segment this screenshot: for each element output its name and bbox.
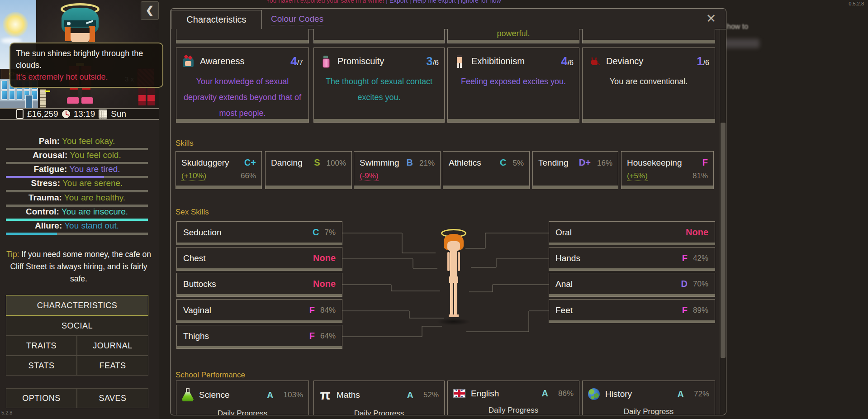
sex-skill-bar — [177, 294, 342, 296]
stat-value: You stand out. — [64, 221, 119, 230]
stat-label: Arousal: — [33, 150, 67, 160]
export-warning-text: You haven't exported your save in a whil… — [266, 0, 384, 4]
school-grade: A — [267, 390, 273, 400]
sex-skill-seduction: SeductionC7% — [176, 221, 342, 245]
sex-skill-bar — [177, 320, 342, 323]
sex-skill-name: Oral — [555, 228, 572, 238]
sex-skill-buttocks: ButtocksNone — [176, 273, 342, 297]
sidebar-item-options[interactable]: OPTIONS — [6, 388, 77, 408]
sex-skill-name: Buttocks — [183, 279, 216, 289]
version-label-top: 0.5.2.8 — [849, 1, 864, 6]
sex-skill-hands: HandsF42% — [549, 247, 715, 271]
stat-pain: Pain: You feel okay. — [0, 136, 154, 146]
sidebar-collapse-button[interactable]: ❮ — [141, 1, 159, 20]
sex-skill-grade: D — [681, 279, 688, 289]
clock-icon — [62, 110, 70, 118]
sex-skill-bar — [177, 243, 342, 245]
sex-skill-percent: 89% — [693, 306, 708, 315]
school-subject-name: English — [471, 389, 499, 399]
school-grade: A — [407, 390, 413, 400]
stat-value: You are serene. — [62, 178, 123, 188]
background-blurred-text: how to — [727, 23, 748, 31]
science-flask-icon — [182, 388, 194, 402]
sex-skill-grade: None — [313, 253, 336, 263]
daily-progress-label: Daily Progress — [176, 409, 308, 415]
hips-graphic — [449, 276, 458, 283]
foot-graphic — [454, 314, 459, 317]
sidebar-item-saves[interactable]: SAVES — [77, 388, 148, 408]
sex-skill-bar — [177, 268, 342, 271]
sex-skill-bar — [549, 268, 715, 271]
daily-progress-label: Daily Progress — [314, 409, 444, 415]
location-scene: Charlie's — [0, 0, 159, 108]
leg-graphic — [450, 283, 453, 315]
export-save-notice: You haven't exported your save in a whil… — [266, 0, 501, 4]
sex-skill-grade: None — [686, 227, 708, 238]
stat-label: Fatigue: — [33, 164, 67, 174]
stat-value: You are insecure. — [62, 207, 128, 216]
sex-skill-bar — [549, 320, 715, 323]
sex-skill-grade: F — [682, 305, 688, 315]
game-root: You haven't exported your save in a whil… — [0, 0, 868, 419]
school-card-english: English A 86% Daily Progress — [447, 381, 579, 415]
sex-skill-name: Vaginal — [183, 305, 211, 315]
thermometer-tick — [45, 90, 50, 92]
school-percent: 52% — [423, 390, 439, 400]
item-boots-icon — [138, 88, 157, 105]
stat-stress-bar — [6, 190, 148, 192]
sex-skill-bar — [549, 243, 715, 245]
sex-skill-percent: 42% — [693, 254, 708, 263]
sex-skill-bar — [177, 346, 342, 348]
sidebar-item-stats[interactable]: STATS — [6, 356, 77, 376]
sidebar: Charlie's — [0, 0, 159, 419]
sidebar-item-social[interactable]: SOCIAL — [6, 316, 148, 336]
money-value: £16,259 — [27, 109, 58, 119]
sex-skill-percent: 70% — [693, 280, 708, 289]
stat-value: You feel cold. — [70, 150, 121, 160]
weather-tooltip: The sun shines brightly through the clou… — [9, 43, 163, 88]
sex-skill-name: Chest — [183, 253, 206, 263]
stat-label: Trauma: — [28, 193, 62, 202]
arm-graphic — [447, 252, 450, 271]
school-grade: A — [678, 389, 684, 400]
sex-skill-grade: F — [309, 331, 315, 341]
character-shadow — [436, 318, 471, 325]
modal-scrollbar[interactable] — [720, 29, 726, 414]
stat-allure-bar — [6, 233, 148, 235]
sex-skill-name: Feet — [555, 305, 573, 315]
school-subject-name: History — [605, 389, 632, 399]
tip-label: Tip: — [6, 250, 19, 259]
arm-graphic — [458, 252, 460, 271]
goggle-glint — [67, 22, 71, 25]
phone-icon[interactable] — [16, 109, 24, 119]
weather-line1: The sun shines brightly through the clou… — [16, 48, 157, 71]
stat-allure: Allure: You stand out. — [0, 221, 154, 231]
sex-skill-percent: 64% — [320, 332, 336, 341]
sidebar-item-feats[interactable]: FEATS — [77, 356, 148, 376]
sex-skill-chest: ChestNone — [176, 247, 342, 271]
leg-graphic — [454, 283, 457, 315]
stat-arousal: Arousal: You feel cold. — [0, 150, 154, 160]
school-percent: 86% — [558, 389, 574, 398]
school-card-maths: π Maths A 52% Daily Progress — [313, 381, 445, 415]
school-percent: 72% — [694, 390, 709, 399]
torso-graphic — [450, 250, 457, 277]
daily-progress-label: Daily Progress — [583, 407, 715, 415]
hair-graphic — [89, 26, 95, 42]
stat-stress: Stress: You are serene. — [0, 178, 154, 188]
tip-text: If you need some money, the cafe on Clif… — [10, 250, 151, 283]
sidebar-item-characteristics[interactable]: CHARACTERISTICS — [6, 295, 148, 316]
shoe-graphic — [81, 97, 93, 104]
sidebar-item-journal[interactable]: JOURNAL — [77, 336, 148, 356]
stat-label: Stress: — [31, 178, 60, 188]
sex-skill-vaginal: VaginalF84% — [176, 299, 342, 323]
status-bar: £16,259 13:19 Sun — [0, 108, 159, 120]
sidebar-item-traits[interactable]: TRAITS — [6, 336, 77, 356]
daily-progress-label: Daily Progress — [448, 406, 579, 415]
sex-skill-name: Anal — [555, 279, 573, 289]
sex-skill-percent: 84% — [320, 306, 336, 315]
export-links[interactable]: | Export | Help me export | ignore for n… — [386, 0, 501, 4]
stat-value: You are healthy. — [64, 193, 125, 202]
school-card-history: History A 72% Daily Progress — [582, 381, 715, 415]
scrollbar-thumb[interactable] — [721, 123, 726, 358]
